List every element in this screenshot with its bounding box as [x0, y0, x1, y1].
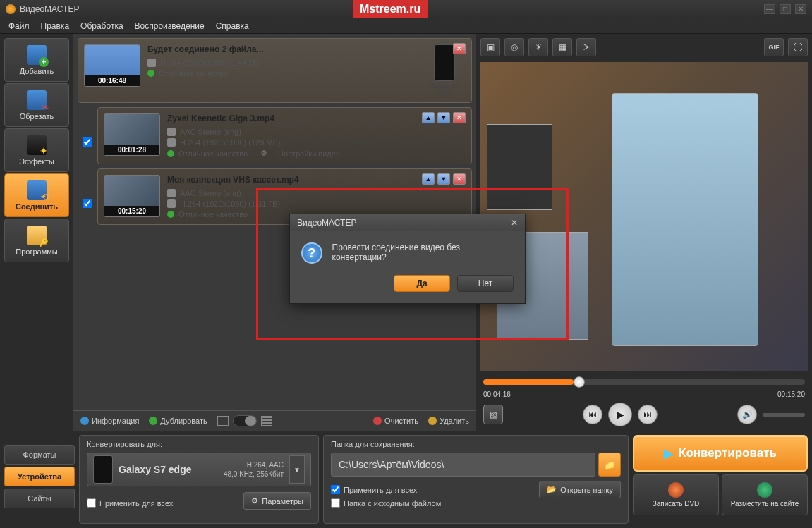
list-toolbar: Информация Дублировать Очистить Удалить — [73, 410, 476, 431]
duration-badge: 00:01:28 — [104, 145, 159, 155]
source-folder-checkbox[interactable]: Папка с исходным файлом — [331, 498, 441, 508]
file-quality: Отличное качество — [178, 210, 248, 219]
view-toggle[interactable] — [233, 415, 257, 426]
duplicate-button[interactable]: Дублировать — [149, 417, 207, 425]
globe-icon — [757, 482, 772, 498]
film-icon — [147, 59, 156, 67]
dialog-yes-button[interactable]: Да — [394, 275, 450, 292]
move-up-button[interactable]: ▲ — [422, 173, 435, 185]
apply-all-save-checkbox[interactable]: Применить для всех — [331, 485, 441, 494]
play-icon: ▶ — [664, 446, 673, 461]
convert-panel: Конвертировать для: Galaxy S7 edge H.264… — [79, 435, 319, 524]
brightness-tool[interactable]: ☀ — [528, 38, 548, 56]
convert-button[interactable]: ▶ Конвертировать — [633, 435, 808, 472]
next-button[interactable]: ⏭ — [638, 405, 658, 424]
move-down-button[interactable]: ▼ — [437, 173, 450, 185]
menu-playback[interactable]: Воспроизведение — [135, 21, 205, 31]
file-item-combined[interactable]: 00:16:48 Будет соединено 2 файла... H.26… — [78, 38, 472, 103]
volume-button[interactable]: 🔊 — [737, 405, 757, 424]
dialog-close-button[interactable]: ✕ — [511, 218, 518, 228]
total-time: 00:15:20 — [777, 391, 805, 398]
dialog-title: ВидеоМАСТЕР — [297, 218, 356, 228]
burn-dvd-button[interactable]: Записать DVD — [633, 474, 719, 515]
file-checkbox[interactable] — [83, 137, 92, 147]
browse-button[interactable]: 📁 — [598, 453, 621, 477]
confirm-dialog: ВидеоМАСТЕР ✕ ? Провести соединение виде… — [289, 214, 526, 304]
folder-icon: 📂 — [547, 485, 557, 494]
remove-file-button[interactable]: ✕ — [453, 173, 466, 185]
crop-tool[interactable]: ▣ — [480, 38, 500, 56]
preview-pane: ▣ ◎ ☀ ▦ ᗒ GIF ⛶ 00:04:1600:15:20 ▧ ⏮ ▶ ⏭… — [476, 34, 812, 431]
tab-devices[interactable]: Устройства — [4, 467, 75, 486]
adjust-tool[interactable]: ◎ — [504, 38, 524, 56]
device-label: Galaxy S7 edge — [430, 82, 459, 97]
view-list-icon[interactable] — [217, 416, 229, 426]
menu-process[interactable]: Обработка — [80, 21, 123, 31]
delete-icon — [428, 417, 437, 425]
seek-handle[interactable] — [574, 376, 585, 388]
file-title: Моя коллекция VHS кассет.mp4 — [167, 175, 466, 185]
footer: Форматы Устройства Сайты Конвертировать … — [0, 431, 812, 528]
apply-all-checkbox[interactable]: Применить для всех — [87, 498, 173, 508]
dialog-title-bar[interactable]: ВидеоМАСТЕР ✕ — [290, 214, 525, 231]
sidebar-effects[interactable]: Эффекты — [4, 128, 69, 172]
speed-tool[interactable]: ᗒ — [576, 38, 596, 56]
menu-bar: Файл Правка Обработка Воспроизведение Сп… — [0, 18, 812, 34]
minimize-button[interactable]: — — [764, 4, 775, 14]
file-settings-link[interactable]: Настройки видео — [278, 149, 340, 158]
clear-button[interactable]: Очистить — [373, 417, 418, 425]
info-icon — [80, 417, 89, 425]
upload-button[interactable]: Разместить на сайте — [722, 474, 808, 515]
sidebar-join[interactable]: Соединить — [4, 173, 69, 217]
menu-file[interactable]: Файл — [8, 21, 30, 31]
maximize-button[interactable]: □ — [780, 4, 791, 14]
remove-file-button[interactable]: ✕ — [453, 43, 466, 54]
tab-sites[interactable]: Сайты — [4, 489, 75, 508]
close-window-button[interactable]: ✕ — [795, 4, 806, 14]
fullscreen-button[interactable]: ⛶ — [788, 38, 808, 56]
convert-header: Конвертировать для: — [87, 440, 311, 448]
info-button[interactable]: Информация — [80, 417, 139, 425]
move-down-button[interactable]: ▼ — [437, 112, 450, 123]
remove-file-button[interactable]: ✕ — [453, 112, 466, 123]
prev-button[interactable]: ⏮ — [583, 405, 602, 424]
thumbnail: 00:15:20 — [104, 175, 160, 217]
save-header: Папка для сохранения: — [331, 440, 621, 448]
parameters-button[interactable]: ⚙Параметры — [243, 492, 311, 510]
volume-slider[interactable] — [763, 413, 805, 417]
file-title: Zyxel Keenetic Giga 3.mp4 — [167, 113, 466, 123]
file-title: Будет соединено 2 файла... — [147, 44, 416, 54]
file-format: H.264 (1920x1080) (1,31 ГБ) — [180, 199, 280, 208]
add-icon — [27, 45, 47, 65]
scissors-icon — [27, 90, 47, 110]
sidebar-add[interactable]: Добавить — [4, 38, 69, 82]
file-item[interactable]: 00:01:28 Zyxel Keenetic Giga 3.mp4 AAC S… — [97, 107, 472, 164]
menu-help[interactable]: Справка — [216, 21, 249, 31]
file-quality: Отличное качество — [178, 149, 248, 158]
sidebar-cut[interactable]: Обрезать — [4, 83, 69, 127]
seek-bar[interactable] — [483, 379, 805, 385]
save-panel: Папка для сохранения: C:\Users\Артём\Vid… — [323, 435, 629, 524]
dialog-message: Провести соединение видео без конвертаци… — [332, 242, 514, 262]
file-format: H.264 (1920x1080) (129 МБ) — [180, 138, 280, 147]
gif-button[interactable]: GIF — [764, 38, 784, 56]
view-grid-icon[interactable] — [261, 416, 272, 426]
convert-target[interactable]: Galaxy S7 edge H.264, AAC 48,0 KHz, 256К… — [87, 453, 311, 486]
file-checkbox[interactable] — [83, 199, 92, 208]
sparkle-icon — [27, 135, 47, 155]
target-dropdown[interactable]: ▼ — [289, 455, 305, 484]
snapshot-button[interactable]: ▧ — [483, 405, 503, 424]
play-button[interactable]: ▶ — [608, 403, 632, 426]
delete-button[interactable]: Удалить — [428, 417, 469, 425]
save-path-input[interactable]: C:\Users\Артём\Videos\ — [331, 453, 595, 477]
move-up-button[interactable]: ▲ — [422, 112, 435, 123]
tab-formats[interactable]: Форматы — [4, 445, 75, 465]
open-folder-button[interactable]: 📂Открыть папку — [539, 481, 621, 498]
menu-edit[interactable]: Правка — [41, 21, 70, 31]
sidebar-programs[interactable]: Программы — [4, 219, 69, 262]
frame-tool[interactable]: ▦ — [552, 38, 572, 56]
duration-badge: 00:15:20 — [104, 206, 159, 216]
video-preview[interactable] — [480, 62, 808, 371]
dialog-no-button[interactable]: Нет — [457, 275, 514, 292]
sidebar-add-label: Добавить — [20, 67, 54, 75]
